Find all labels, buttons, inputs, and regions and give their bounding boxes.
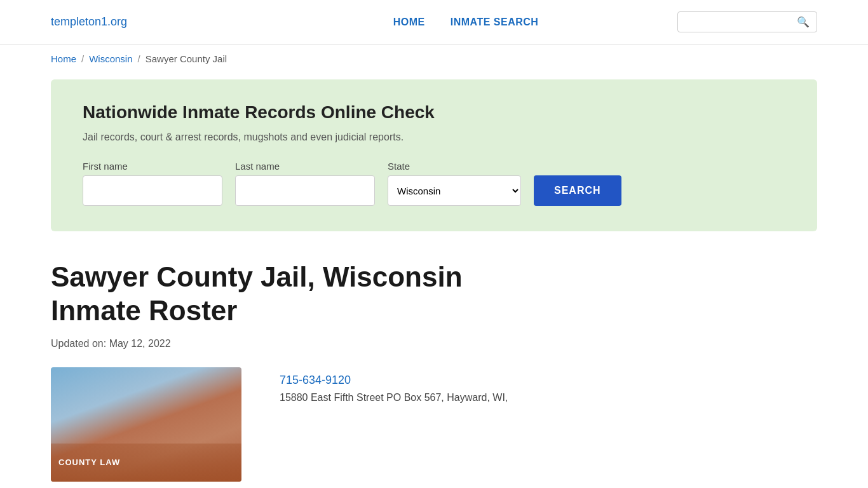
nav-home[interactable]: HOME (393, 17, 425, 28)
breadcrumb-sep-2: / (138, 53, 140, 64)
breadcrumb-home[interactable]: Home (51, 53, 76, 64)
first-name-group: First name (83, 161, 222, 206)
breadcrumb-sep-1: / (81, 53, 84, 64)
jail-info: 715-634-9120 15880 East Fifth Street PO … (280, 367, 508, 403)
bottom-section: COUNTY LAW 715-634-9120 15880 East Fifth… (51, 367, 817, 482)
first-name-input[interactable] (83, 175, 222, 206)
search-panel-title: Nationwide Inmate Records Online Check (83, 102, 785, 123)
header-search-input[interactable] (686, 17, 797, 27)
state-select[interactable]: Wisconsin (388, 175, 521, 206)
jail-address: 15880 East Fifth Street PO Box 567, Hayw… (280, 392, 508, 403)
last-name-group: Last name (235, 161, 375, 206)
inmate-search-form: First name Last name State Wisconsin SEA… (83, 161, 785, 206)
nav-inmate-search[interactable]: INMATE SEARCH (451, 17, 539, 28)
search-panel: Nationwide Inmate Records Online Check J… (51, 79, 817, 231)
jail-image: COUNTY LAW (51, 367, 241, 482)
site-logo[interactable]: templeton1.org (51, 15, 127, 29)
breadcrumb-state[interactable]: Wisconsin (89, 53, 132, 64)
jail-phone: 715-634-9120 (280, 374, 508, 387)
search-icon: 🔍 (797, 16, 810, 28)
breadcrumb-current: Sawyer County Jail (146, 53, 227, 64)
search-panel-subtitle: Jail records, court & arrest records, mu… (83, 132, 785, 143)
updated-date: Updated on: May 12, 2022 (51, 338, 817, 349)
first-name-label: First name (83, 161, 222, 172)
jail-image-text: COUNTY LAW (58, 458, 120, 467)
jail-image-overlay: COUNTY LAW (51, 444, 241, 482)
state-group: State Wisconsin (388, 161, 521, 206)
main-nav: HOME INMATE SEARCH (393, 17, 539, 28)
search-button[interactable]: SEARCH (534, 175, 621, 206)
page-title: Sawyer County Jail, Wisconsin Inmate Ros… (51, 261, 496, 328)
last-name-label: Last name (235, 161, 375, 172)
last-name-input[interactable] (235, 175, 375, 206)
main-content: Sawyer County Jail, Wisconsin Inmate Ros… (0, 238, 868, 488)
breadcrumb: Home / Wisconsin / Sawyer County Jail (0, 44, 868, 73)
header-search-container: 🔍 (677, 11, 817, 32)
state-label: State (388, 161, 521, 172)
site-header: templeton1.org HOME INMATE SEARCH 🔍 (0, 0, 868, 44)
